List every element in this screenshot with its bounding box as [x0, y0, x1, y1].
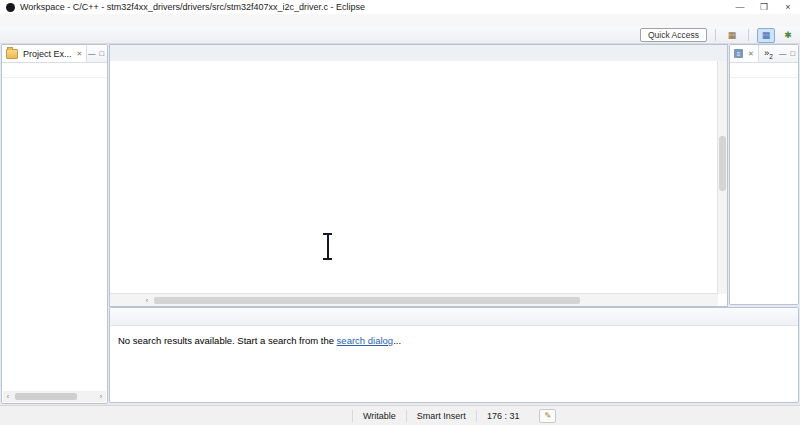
toolbar: Quick Access ▦ ▦ ✱: [0, 27, 800, 44]
title-bar: Workspace - C/C++ - stm32f4xx_drivers/dr…: [0, 0, 800, 14]
code-editor[interactable]: [110, 61, 718, 294]
insert-mode-status: Smart Insert: [406, 410, 476, 422]
outline-icon: ≡: [734, 49, 743, 58]
scroll-thumb[interactable]: [154, 297, 580, 304]
scroll-right-icon[interactable]: ›: [96, 393, 106, 400]
bottom-tab-bar: [110, 308, 798, 326]
toolbar-right: Quick Access ▦ ▦ ✱: [640, 28, 796, 43]
minimize-view-button[interactable]: —: [779, 49, 787, 58]
project-explorer-hscrollbar[interactable]: ‹ ›: [3, 391, 106, 402]
editor-hscrollbar[interactable]: ‹: [110, 293, 718, 306]
outline-panel: ≡ ✕ »2 — □: [729, 44, 799, 305]
writable-status: Writable: [352, 410, 406, 422]
cursor-position: 176 : 31: [476, 410, 530, 422]
text-cursor-pointer: [322, 233, 333, 260]
editor-tab-bar: [110, 45, 727, 62]
outline-tab[interactable]: ≡ ✕: [730, 45, 759, 62]
outline-toolbar: [730, 63, 798, 78]
close-view-icon[interactable]: ✕: [748, 50, 754, 58]
debug-perspective-button[interactable]: ✱: [780, 29, 796, 42]
restore-button[interactable]: ❐: [752, 0, 776, 14]
bottom-view-panel: No search results available. Start a sea…: [109, 307, 799, 403]
edit-mode-icon[interactable]: ✎: [539, 409, 556, 423]
project-explorer-toolbar: [2, 63, 107, 78]
eclipse-logo-icon: [6, 3, 15, 12]
project-explorer-panel: Project Ex... ✕ — □ ‹ ›: [1, 44, 108, 404]
menu-bar: [0, 14, 800, 27]
eclipse-window: Workspace - C/C++ - stm32f4xx_drivers/dr…: [0, 0, 800, 425]
maximize-view-button[interactable]: □: [790, 49, 795, 58]
project-explorer-tab[interactable]: Project Ex... ✕: [2, 45, 87, 62]
maximize-view-button[interactable]: □: [99, 49, 104, 58]
quick-access-button[interactable]: Quick Access: [640, 28, 707, 42]
cpp-perspective-button[interactable]: ▦: [757, 28, 775, 43]
window-controls: — ❐ ×: [728, 0, 800, 14]
scroll-left-icon[interactable]: ‹: [142, 297, 152, 304]
minimize-view-button[interactable]: —: [88, 49, 96, 58]
window-title: Workspace - C/C++ - stm32f4xx_drivers/dr…: [20, 2, 365, 12]
view-overflow[interactable]: »2: [762, 47, 773, 60]
status-bar: Writable Smart Insert 176 : 31 ✎: [0, 405, 800, 425]
editor-panel: ‹: [109, 44, 728, 307]
minimize-button[interactable]: —: [728, 0, 752, 14]
close-view-icon[interactable]: ✕: [77, 50, 83, 58]
search-result-message: No search results available. Start a sea…: [110, 326, 798, 346]
scroll-thumb[interactable]: [15, 393, 77, 400]
editor-vscrollbar[interactable]: [717, 61, 727, 294]
scroll-left-icon[interactable]: ‹: [3, 393, 13, 400]
open-perspective-button[interactable]: ▦: [724, 29, 740, 42]
project-explorer-icon: [6, 49, 18, 59]
close-button[interactable]: ×: [776, 0, 800, 14]
scroll-thumb[interactable]: [719, 136, 726, 192]
search-dialog-link[interactable]: search dialog: [337, 335, 394, 346]
